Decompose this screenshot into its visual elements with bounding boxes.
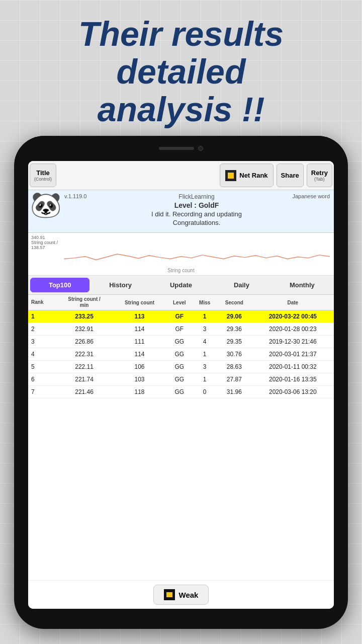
title-label: Title — [36, 169, 50, 177]
headline: Their results detailed analysis !! — [0, 0, 362, 138]
header-level: Level — [166, 295, 193, 310]
info-section: 🐼 v.1.119.0 FlickLearning Japanese word … — [28, 190, 334, 233]
results-table: Rank String count /min String count Leve… — [28, 295, 334, 398]
table-row: 6221.74103GG127.872020-01-16 13:35 — [28, 373, 334, 386]
netrank-icon — [225, 170, 236, 181]
tab-bar: Top100 History Update Daily Monthly — [28, 276, 334, 295]
table-row: 1233.25113GF129.062020-03-22 00:45 — [28, 310, 334, 323]
table-container: Rank String count /min String count Leve… — [28, 295, 334, 580]
share-button[interactable]: Share — [277, 164, 304, 187]
level-text: Level : GoldF — [63, 201, 330, 209]
header-string-count: String count — [113, 295, 166, 310]
headline-line2: detailed — [117, 52, 246, 91]
netrank-label: Net Rank — [239, 172, 267, 179]
header-date: Date — [252, 295, 334, 310]
chart-labels: 340.91 String count / 138.57 — [31, 235, 58, 250]
panda-avatar: 🐼 — [30, 192, 62, 224]
title-sub: (Control) — [34, 177, 52, 182]
header-second: Second — [217, 295, 252, 310]
screen: Title (Control) Net Rank Share Retry (Ta… — [28, 161, 334, 609]
table-row: 2232.91114GF329.362020-01-28 00:23 — [28, 323, 334, 336]
speaker — [159, 147, 194, 150]
table-row: 5222.11106GG328.632020-01-11 00:32 — [28, 361, 334, 373]
chart-y-max: 340.91 — [31, 235, 58, 240]
share-label: Share — [281, 172, 299, 179]
tab-history[interactable]: History — [90, 278, 150, 292]
tab-update[interactable]: Update — [151, 278, 211, 292]
notch-bar — [14, 136, 348, 161]
chart-area: 340.91 String count / 138.57 String coun… — [28, 233, 334, 276]
chart-label: String count / — [31, 240, 58, 245]
retry-button[interactable]: Retry (Tab) — [307, 164, 332, 187]
headline-line1: Their results — [78, 15, 284, 53]
table-row: 4222.31114GG130.762020-03-01 21:37 — [28, 348, 334, 361]
chart-y-min: 138.57 — [31, 245, 58, 250]
table-row: 3226.86111GG429.352019-12-30 21:46 — [28, 336, 334, 348]
tab-top100[interactable]: Top100 — [30, 278, 89, 292]
camera-dot — [198, 146, 203, 151]
tab-daily[interactable]: Daily — [212, 278, 271, 292]
bottom-bar: Weak — [28, 580, 334, 609]
phone-frame: Title (Control) Net Rank Share Retry (Ta… — [14, 136, 348, 629]
japanese-word-label: Japanese word — [292, 193, 330, 199]
table-row: 7221.46118GG031.962020-03-06 13:20 — [28, 386, 334, 398]
headline-line3: analysis !! — [98, 90, 265, 128]
netrank-button[interactable]: Net Rank — [220, 164, 273, 187]
weak-button[interactable]: Weak — [153, 585, 209, 605]
header-rank: Rank — [28, 295, 55, 310]
header-miss: Miss — [193, 295, 217, 310]
tab-monthly[interactable]: Monthly — [273, 278, 332, 292]
retry-label: Retry — [311, 169, 328, 177]
header-string-count-min: String count /min — [55, 295, 113, 310]
app-name: FlickLearning — [63, 193, 330, 200]
title-button[interactable]: Title (Control) — [30, 164, 56, 187]
chart-x-label: String count — [167, 268, 194, 273]
congrats-text: Congratulations. — [63, 219, 330, 226]
version-text: v.1.119.0 — [64, 193, 86, 199]
retry-sub: (Tab) — [314, 177, 325, 182]
toolbar: Title (Control) Net Rank Share Retry (Ta… — [28, 161, 334, 190]
message-text: I did it. Recording and updating — [63, 210, 330, 218]
weak-icon — [164, 589, 175, 600]
notch — [136, 141, 226, 155]
panda-emoji: 🐼 — [30, 192, 62, 217]
weak-label: Weak — [179, 591, 199, 599]
